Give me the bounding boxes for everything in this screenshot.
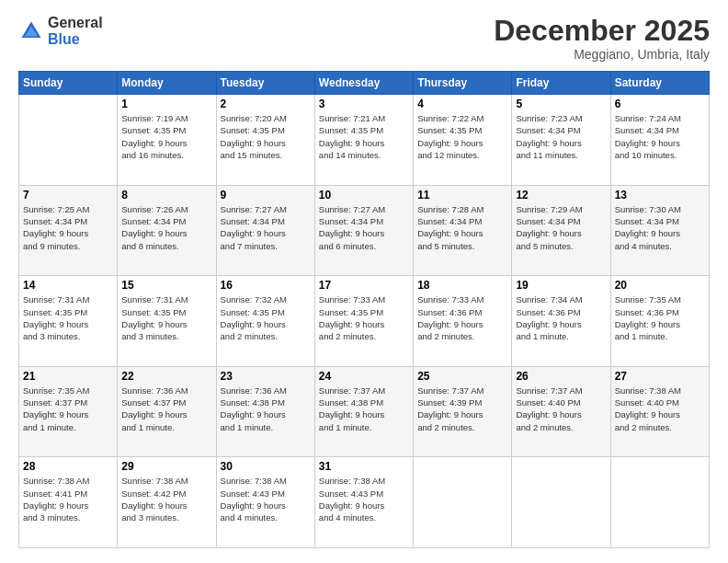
- generalblue-icon: [18, 18, 44, 44]
- day-number: 24: [319, 370, 409, 383]
- month-title: December 2025: [494, 15, 710, 47]
- calendar-cell: 16Sunrise: 7:32 AM Sunset: 4:35 PM Dayli…: [216, 276, 314, 367]
- day-number: 19: [516, 279, 606, 292]
- calendar-cell: 24Sunrise: 7:37 AM Sunset: 4:38 PM Dayli…: [314, 366, 413, 457]
- calendar-cell: [610, 457, 709, 548]
- day-info: Sunrise: 7:36 AM Sunset: 4:38 PM Dayligh…: [221, 385, 311, 433]
- calendar-cell: 25Sunrise: 7:37 AM Sunset: 4:39 PM Dayli…: [414, 366, 512, 457]
- day-number: 25: [417, 370, 507, 383]
- calendar-cell: 12Sunrise: 7:29 AM Sunset: 4:34 PM Dayli…: [512, 185, 610, 276]
- day-info: Sunrise: 7:38 AM Sunset: 4:42 PM Dayligh…: [121, 475, 211, 523]
- day-info: Sunrise: 7:22 AM Sunset: 4:35 PM Dayligh…: [417, 112, 507, 161]
- page: General Blue December 2025 Meggiano, Umb…: [0, 0, 728, 563]
- day-number: 1: [121, 98, 211, 110]
- calendar-week: 1Sunrise: 7:19 AM Sunset: 4:35 PM Daylig…: [19, 95, 710, 186]
- calendar-cell: 27Sunrise: 7:38 AM Sunset: 4:40 PM Dayli…: [610, 366, 709, 457]
- day-number: 15: [121, 279, 211, 292]
- calendar: SundayMondayTuesdayWednesdayThursdayFrid…: [18, 71, 710, 548]
- day-info: Sunrise: 7:31 AM Sunset: 4:35 PM Dayligh…: [121, 293, 211, 342]
- weekday-header: Tuesday: [216, 72, 314, 95]
- calendar-cell: 31Sunrise: 7:38 AM Sunset: 4:43 PM Dayli…: [314, 457, 413, 548]
- weekday-header: Monday: [118, 72, 216, 95]
- day-info: Sunrise: 7:38 AM Sunset: 4:40 PM Dayligh…: [615, 385, 705, 433]
- day-info: Sunrise: 7:33 AM Sunset: 4:35 PM Dayligh…: [319, 293, 409, 342]
- calendar-cell: 29Sunrise: 7:38 AM Sunset: 4:42 PM Dayli…: [118, 457, 216, 548]
- day-info: Sunrise: 7:25 AM Sunset: 4:34 PM Dayligh…: [23, 203, 113, 252]
- header: General Blue December 2025 Meggiano, Umb…: [18, 15, 710, 62]
- day-info: Sunrise: 7:26 AM Sunset: 4:34 PM Dayligh…: [121, 203, 211, 252]
- day-number: 20: [615, 279, 705, 292]
- day-info: Sunrise: 7:38 AM Sunset: 4:43 PM Dayligh…: [319, 475, 409, 523]
- day-info: Sunrise: 7:21 AM Sunset: 4:35 PM Dayligh…: [319, 112, 409, 161]
- day-number: 14: [23, 279, 113, 292]
- day-number: 4: [417, 98, 507, 110]
- day-info: Sunrise: 7:32 AM Sunset: 4:35 PM Dayligh…: [221, 293, 311, 342]
- calendar-week: 7Sunrise: 7:25 AM Sunset: 4:34 PM Daylig…: [19, 185, 710, 276]
- location: Meggiano, Umbria, Italy: [494, 47, 710, 62]
- day-info: Sunrise: 7:24 AM Sunset: 4:34 PM Dayligh…: [615, 112, 705, 161]
- logo-blue: Blue: [48, 31, 103, 48]
- calendar-cell: [19, 95, 118, 186]
- day-number: 8: [121, 189, 211, 201]
- calendar-cell: 5Sunrise: 7:23 AM Sunset: 4:34 PM Daylig…: [512, 95, 610, 186]
- day-number: 11: [417, 189, 507, 201]
- day-number: 7: [23, 189, 113, 201]
- calendar-week: 14Sunrise: 7:31 AM Sunset: 4:35 PM Dayli…: [19, 276, 710, 367]
- calendar-cell: 6Sunrise: 7:24 AM Sunset: 4:34 PM Daylig…: [610, 95, 709, 186]
- weekday-header: Friday: [512, 72, 610, 95]
- calendar-cell: 22Sunrise: 7:36 AM Sunset: 4:37 PM Dayli…: [118, 366, 216, 457]
- day-info: Sunrise: 7:20 AM Sunset: 4:35 PM Dayligh…: [221, 112, 311, 161]
- weekday-header: Sunday: [19, 72, 118, 95]
- day-info: Sunrise: 7:27 AM Sunset: 4:34 PM Dayligh…: [221, 203, 311, 252]
- day-info: Sunrise: 7:37 AM Sunset: 4:38 PM Dayligh…: [319, 385, 409, 433]
- calendar-cell: 11Sunrise: 7:28 AM Sunset: 4:34 PM Dayli…: [414, 185, 512, 276]
- calendar-cell: 18Sunrise: 7:33 AM Sunset: 4:36 PM Dayli…: [414, 276, 512, 367]
- calendar-cell: 15Sunrise: 7:31 AM Sunset: 4:35 PM Dayli…: [118, 276, 216, 367]
- day-number: 16: [221, 279, 311, 292]
- day-number: 13: [615, 189, 705, 201]
- day-number: 9: [221, 189, 311, 201]
- calendar-body: 1Sunrise: 7:19 AM Sunset: 4:35 PM Daylig…: [19, 95, 710, 548]
- calendar-week: 21Sunrise: 7:35 AM Sunset: 4:37 PM Dayli…: [19, 366, 710, 457]
- calendar-cell: 9Sunrise: 7:27 AM Sunset: 4:34 PM Daylig…: [216, 185, 314, 276]
- day-info: Sunrise: 7:27 AM Sunset: 4:34 PM Dayligh…: [319, 203, 409, 252]
- day-number: 18: [417, 279, 507, 292]
- day-number: 29: [121, 460, 211, 473]
- calendar-cell: 4Sunrise: 7:22 AM Sunset: 4:35 PM Daylig…: [414, 95, 512, 186]
- day-info: Sunrise: 7:30 AM Sunset: 4:34 PM Dayligh…: [615, 203, 705, 252]
- day-info: Sunrise: 7:33 AM Sunset: 4:36 PM Dayligh…: [417, 293, 507, 342]
- day-number: 2: [221, 98, 311, 110]
- weekday-row: SundayMondayTuesdayWednesdayThursdayFrid…: [19, 72, 710, 95]
- calendar-cell: 8Sunrise: 7:26 AM Sunset: 4:34 PM Daylig…: [118, 185, 216, 276]
- day-number: 6: [615, 98, 705, 110]
- day-number: 23: [221, 370, 311, 383]
- day-number: 21: [23, 370, 113, 383]
- day-info: Sunrise: 7:38 AM Sunset: 4:43 PM Dayligh…: [221, 475, 311, 523]
- title-block: December 2025 Meggiano, Umbria, Italy: [494, 15, 710, 62]
- logo: General Blue: [18, 15, 103, 47]
- day-info: Sunrise: 7:31 AM Sunset: 4:35 PM Dayligh…: [23, 293, 113, 342]
- calendar-cell: 19Sunrise: 7:34 AM Sunset: 4:36 PM Dayli…: [512, 276, 610, 367]
- weekday-header: Wednesday: [314, 72, 413, 95]
- day-number: 17: [319, 279, 409, 292]
- day-info: Sunrise: 7:35 AM Sunset: 4:36 PM Dayligh…: [615, 293, 705, 342]
- day-info: Sunrise: 7:37 AM Sunset: 4:39 PM Dayligh…: [417, 385, 507, 433]
- calendar-cell: [512, 457, 610, 548]
- calendar-cell: 21Sunrise: 7:35 AM Sunset: 4:37 PM Dayli…: [19, 366, 118, 457]
- day-number: 30: [221, 460, 311, 473]
- day-info: Sunrise: 7:28 AM Sunset: 4:34 PM Dayligh…: [417, 203, 507, 252]
- day-info: Sunrise: 7:29 AM Sunset: 4:34 PM Dayligh…: [516, 203, 606, 252]
- calendar-header: SundayMondayTuesdayWednesdayThursdayFrid…: [19, 72, 710, 95]
- day-info: Sunrise: 7:36 AM Sunset: 4:37 PM Dayligh…: [121, 385, 211, 433]
- day-number: 5: [516, 98, 606, 110]
- calendar-cell: 3Sunrise: 7:21 AM Sunset: 4:35 PM Daylig…: [314, 95, 413, 186]
- calendar-cell: 7Sunrise: 7:25 AM Sunset: 4:34 PM Daylig…: [19, 185, 118, 276]
- day-number: 22: [121, 370, 211, 383]
- day-number: 31: [319, 460, 409, 473]
- calendar-cell: 10Sunrise: 7:27 AM Sunset: 4:34 PM Dayli…: [314, 185, 413, 276]
- day-info: Sunrise: 7:38 AM Sunset: 4:41 PM Dayligh…: [23, 475, 113, 523]
- day-info: Sunrise: 7:19 AM Sunset: 4:35 PM Dayligh…: [121, 112, 211, 161]
- day-info: Sunrise: 7:23 AM Sunset: 4:34 PM Dayligh…: [516, 112, 606, 161]
- logo-general: General: [48, 15, 103, 31]
- day-number: 26: [516, 370, 606, 383]
